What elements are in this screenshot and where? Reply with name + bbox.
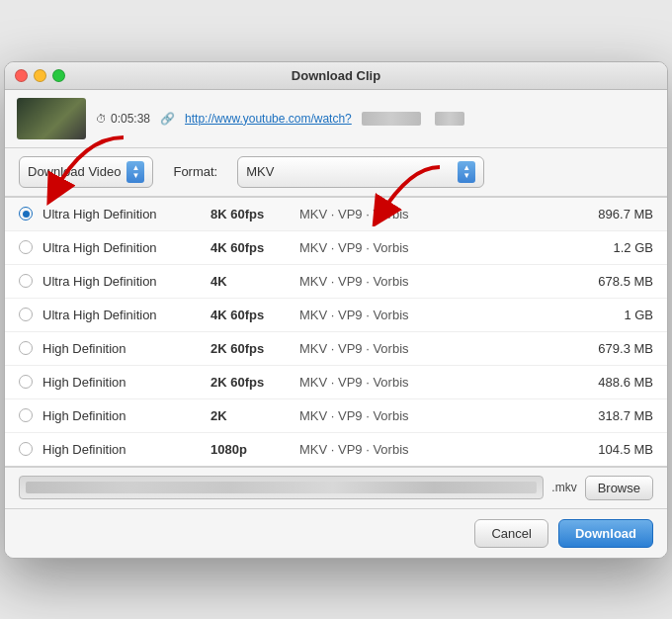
option-codec-6: MKV · VP9 · Vorbis [299,375,574,390]
toolbar-row: Download Video ▲ ▼ Format: MKV ▲ ▼ [5,148,667,197]
option-quality-4: Ultra High Definition [42,308,210,322]
radio-btn-3 [19,274,33,288]
option-size-3: 678.5 MB [574,274,653,289]
filepath-blur [26,482,537,493]
option-quality-5: High Definition [42,341,210,356]
option-row-5[interactable]: High Definition2K 60fpsMKV · VP9 · Vorbi… [5,332,667,366]
minimize-button[interactable] [34,69,46,82]
format-value: MKV [246,164,274,179]
option-size-5: 679.3 MB [574,341,653,356]
video-thumbnail [17,98,86,139]
option-size-7: 318.7 MB [574,408,653,423]
duration-info: ⏱ 0:05:38 [96,112,150,126]
option-codec-2: MKV · VP9 · Vorbis [299,240,574,255]
radio-btn-5 [19,341,33,355]
window-controls [15,69,65,82]
option-codec-8: MKV · VP9 · Vorbis [299,442,574,457]
option-codec-1: MKV · VP9 · Vorbis [299,207,574,221]
option-quality-3: Ultra High Definition [42,274,210,289]
close-button[interactable] [15,69,28,82]
download-type-label: Download Video [28,164,121,179]
download-type-select[interactable]: Download Video ▲ ▼ [19,156,153,188]
option-codec-5: MKV · VP9 · Vorbis [299,341,574,356]
cancel-button[interactable]: Cancel [474,519,547,548]
option-size-2: 1.2 GB [574,240,653,255]
option-quality-7: High Definition [42,408,210,423]
option-quality-8: High Definition [42,442,210,457]
option-resolution-2: 4K 60fps [210,240,299,255]
header-row: ⏱ 0:05:38 🔗 http://www.youtube.com/watch… [5,90,667,148]
option-resolution-8: 1080p [210,442,299,457]
option-row-3[interactable]: Ultra High Definition4KMKV · VP9 · Vorbi… [5,265,667,299]
window-body: ⏱ 0:05:38 🔗 http://www.youtube.com/watch… [5,90,667,558]
format-select[interactable]: MKV ▲ ▼ [237,156,484,188]
link-icon: 🔗 [160,112,175,126]
option-row-1[interactable]: Ultra High Definition8K 60fpsMKV · VP9 ·… [5,198,667,231]
option-resolution-6: 2K 60fps [210,375,299,390]
radio-btn-8 [19,442,33,456]
format-label: Format: [173,164,217,179]
window-title: Download Clip [292,68,380,83]
quality-options-list: Ultra High Definition8K 60fpsMKV · VP9 ·… [5,197,667,467]
radio-btn-1 [19,207,33,221]
option-row-2[interactable]: Ultra High Definition4K 60fpsMKV · VP9 ·… [5,231,667,265]
option-resolution-5: 2K 60fps [210,341,299,356]
filepath-row: .mkv Browse [5,467,667,509]
browse-button[interactable]: Browse [585,476,653,500]
option-resolution-1: 8K 60fps [210,207,299,221]
option-resolution-7: 2K [210,408,299,423]
option-codec-4: MKV · VP9 · Vorbis [299,308,574,322]
radio-btn-2 [19,240,33,254]
filepath-display [19,476,544,499]
format-arrows-icon: ▲ ▼ [458,161,475,183]
filepath-extension: .mkv [551,481,576,494]
option-resolution-3: 4K [210,274,299,289]
radio-btn-6 [19,375,33,389]
option-row-4[interactable]: Ultra High Definition4K 60fpsMKV · VP9 ·… [5,299,667,332]
option-codec-7: MKV · VP9 · Vorbis [299,408,574,423]
option-resolution-4: 4K 60fps [210,308,299,322]
duration-value: 0:05:38 [111,112,150,126]
option-size-6: 488.6 MB [574,375,653,390]
url-blur-2 [435,112,464,126]
option-row-8[interactable]: High Definition1080pMKV · VP9 · Vorbis10… [5,433,667,466]
option-size-1: 896.7 MB [574,207,653,221]
radio-btn-4 [19,308,33,321]
option-quality-1: Ultra High Definition [42,207,210,221]
download-button[interactable]: Download [558,519,653,548]
maximize-button[interactable] [52,69,65,82]
download-clip-window: Download Clip ⏱ 0:05: [4,61,668,559]
url-blur-1 [362,112,421,126]
option-row-6[interactable]: High Definition2K 60fpsMKV · VP9 · Vorbi… [5,366,667,399]
video-url[interactable]: http://www.youtube.com/watch? [185,112,352,126]
option-codec-3: MKV · VP9 · Vorbis [299,274,574,289]
radio-btn-7 [19,408,33,422]
option-quality-2: Ultra High Definition [42,240,210,255]
option-quality-6: High Definition [42,375,210,390]
option-size-8: 104.5 MB [574,442,653,457]
select-arrows-icon: ▲ ▼ [126,161,144,183]
title-bar: Download Clip [5,62,667,90]
option-size-4: 1 GB [574,308,653,322]
clock-icon: ⏱ [96,113,107,125]
bottom-actions: Cancel Download [5,509,667,558]
option-row-7[interactable]: High Definition2KMKV · VP9 · Vorbis318.7… [5,399,667,433]
